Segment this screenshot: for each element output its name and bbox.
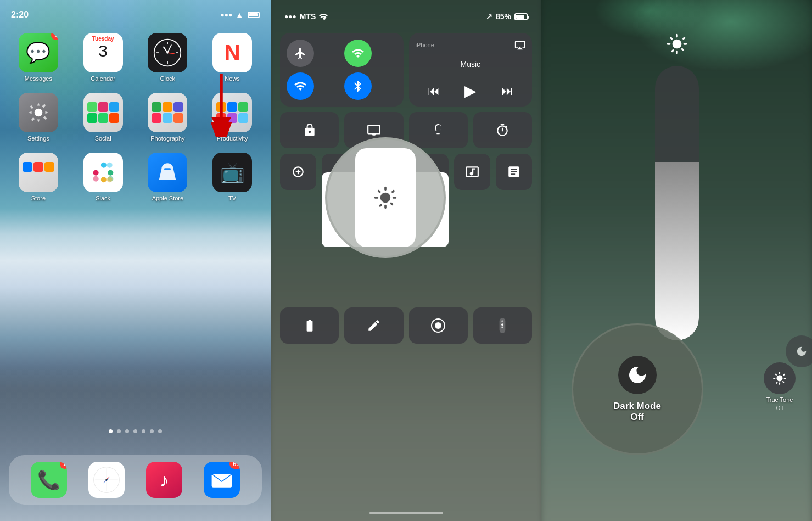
p3-sun-icon	[666, 33, 688, 59]
dock-phone[interactable]: 📞 1	[31, 462, 67, 498]
photography-label: Photography	[150, 135, 184, 142]
calendar-icon-bg: Tuesday 3	[83, 33, 123, 72]
night-shift-icon	[796, 345, 808, 357]
phone-badge: 1	[60, 462, 67, 469]
battery-icon	[248, 12, 260, 18]
dock-music[interactable]: ♪	[146, 462, 182, 498]
app-clock[interactable]: Clock	[138, 33, 198, 82]
svg-rect-12	[93, 170, 98, 176]
cc-left-btn[interactable]	[280, 154, 316, 190]
app-calendar[interactable]: Tuesday 3 Calendar	[74, 33, 133, 82]
dark-mode-circle[interactable]: Dark Mode Off	[572, 323, 703, 455]
p3-brightness-slider[interactable]	[655, 66, 699, 340]
cc-bottom-row	[280, 307, 532, 344]
dot-4	[133, 429, 137, 433]
cal-date: 3	[98, 42, 108, 60]
night-shift-btn[interactable]	[786, 335, 812, 367]
tv-icon: 📺	[220, 161, 245, 184]
record-inner	[435, 322, 441, 329]
cc-right-btn1[interactable]	[454, 154, 490, 190]
cc-airplay-icon	[514, 40, 525, 51]
night-shift-circle	[786, 335, 812, 367]
store-mini-grid	[20, 160, 57, 185]
cc-cellular-btn[interactable]	[344, 40, 372, 67]
cc-rotation-lock[interactable]	[280, 112, 339, 148]
dark-mode-sublabel: Off	[630, 412, 644, 423]
dot-7	[158, 429, 162, 433]
svg-rect-30	[502, 321, 504, 322]
store-app-2	[33, 162, 43, 172]
settings-label: Settings	[27, 135, 49, 142]
settings-icon-bg	[19, 93, 58, 132]
app-social[interactable]: Social	[74, 93, 133, 142]
cc-timer[interactable]	[473, 112, 532, 148]
dot-6	[150, 429, 154, 433]
cc-flashlight[interactable]	[409, 112, 468, 148]
mail-svg	[209, 467, 234, 492]
svg-rect-18	[100, 177, 106, 182]
mail-icon-bg: 69	[204, 462, 240, 498]
cal-day: Tuesday	[92, 36, 114, 42]
svg-marker-1	[211, 117, 232, 135]
slack-icon-bg	[83, 153, 123, 192]
true-tone-label: True Tone	[766, 396, 793, 403]
store-app-3	[44, 162, 54, 172]
cc-battery-icon	[514, 13, 528, 20]
true-tone-btn[interactable]: True Tone Off	[764, 362, 796, 411]
cc-brightness-slider[interactable]	[322, 154, 449, 247]
photography-icon-bg	[148, 93, 187, 132]
cc-wifi-icon	[319, 13, 328, 20]
app-applestore[interactable]: Apple Store	[138, 153, 198, 201]
cc-remote-btn[interactable]	[473, 307, 532, 344]
cc-battery-btn[interactable]	[280, 307, 339, 344]
clock-icon-bg	[148, 33, 187, 72]
svg-point-11	[167, 52, 169, 53]
messages-icon-bg: 💬 1	[19, 33, 58, 72]
dot-5	[142, 429, 145, 433]
app-settings[interactable]: Settings	[9, 93, 68, 142]
cc-wifi-btn[interactable]	[287, 72, 314, 100]
messages-icon: 💬	[26, 41, 51, 64]
store-app-1	[23, 162, 32, 172]
cc-bluetooth-btn[interactable]	[344, 72, 372, 100]
cc-carrier: MTS	[300, 12, 316, 21]
magnify-sun-icon	[373, 186, 397, 210]
cc-signal: ●●●	[284, 13, 296, 20]
true-tone-sublabel: Off	[776, 405, 783, 411]
svg-rect-16	[108, 170, 113, 176]
app-tv[interactable]: 📺 TV	[203, 153, 262, 201]
prod-app-6	[238, 113, 248, 123]
cc-prev-btn[interactable]: ⏮	[428, 84, 440, 98]
app-slack[interactable]: Slack	[74, 153, 133, 201]
calendar-label: Calendar	[91, 75, 115, 82]
app-store[interactable]: Store	[9, 153, 68, 201]
phone-icon-bg: 📞 1	[31, 462, 67, 498]
social-app-5	[98, 113, 108, 123]
panel3-brightness: Dark Mode Off True Tone Off	[541, 0, 812, 521]
dot-2	[117, 429, 121, 433]
cc-airplane-btn[interactable]	[287, 40, 314, 67]
app-messages[interactable]: 💬 1 Messages	[9, 33, 68, 82]
red-arrow	[205, 71, 238, 137]
prod-app-3	[238, 102, 248, 112]
applestore-svg	[155, 160, 180, 185]
cc-home-indicator	[369, 512, 443, 514]
cc-notes-btn[interactable]	[344, 307, 403, 344]
cc-brightness-row	[280, 154, 532, 253]
cc-location-icon: ↗	[486, 12, 492, 21]
dock: 📞 1 ♪	[9, 455, 262, 505]
dock-mail[interactable]: 69	[204, 462, 240, 498]
social-app-4	[87, 113, 97, 123]
cc-play-btn[interactable]: ▶	[464, 82, 477, 100]
cc-next-btn[interactable]: ⏭	[501, 84, 513, 98]
record-outer	[431, 318, 445, 333]
photo-app-1	[152, 102, 161, 112]
app-photography[interactable]: Photography	[138, 93, 198, 142]
dock-safari[interactable]	[88, 462, 125, 498]
svg-rect-13	[93, 176, 98, 182]
photo-app-3	[173, 102, 183, 112]
status-indicators: ●●● ▲	[220, 10, 260, 19]
status-time: 2:20	[11, 10, 29, 20]
cc-screenrecord-btn[interactable]	[409, 307, 468, 344]
cc-right-btn2[interactable]	[496, 154, 532, 190]
